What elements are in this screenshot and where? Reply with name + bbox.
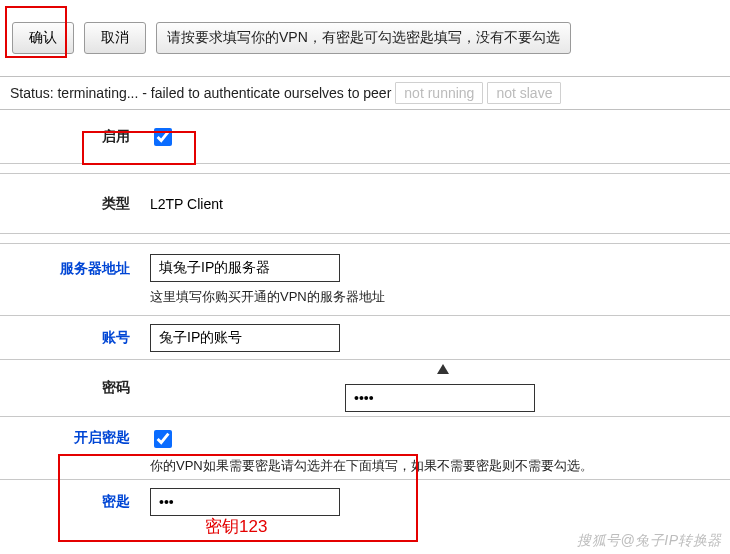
status-not-running: not running bbox=[395, 82, 483, 104]
server-hint: 这里填写你购买开通的VPN的服务器地址 bbox=[150, 288, 730, 306]
account-label: 账号 bbox=[0, 329, 150, 347]
password-label: 密码 bbox=[0, 379, 150, 397]
row-type: 类型 L2TP Client bbox=[0, 174, 730, 234]
row-key: 密匙 bbox=[0, 480, 730, 524]
open-key-checkbox[interactable] bbox=[154, 430, 172, 448]
server-label: 服务器地址 bbox=[0, 254, 150, 278]
enable-checkbox[interactable] bbox=[154, 128, 172, 146]
key-input[interactable] bbox=[150, 488, 340, 516]
enable-label: 启用 bbox=[0, 128, 150, 146]
confirm-button[interactable]: 确认 bbox=[12, 22, 74, 54]
password-input[interactable] bbox=[345, 384, 535, 412]
row-open-key: 开启密匙 你的VPN如果需要密匙请勾选并在下面填写，如果不需要密匙则不需要勾选。 bbox=[0, 417, 730, 480]
instruction-text: 请按要求填写你的VPN，有密匙可勾选密匙填写，没有不要勾选 bbox=[156, 22, 571, 54]
open-key-label: 开启密匙 bbox=[0, 427, 150, 447]
open-key-hint: 你的VPN如果需要密匙请勾选并在下面填写，如果不需要密匙则不需要勾选。 bbox=[150, 457, 730, 475]
spacer bbox=[0, 234, 730, 244]
status-text: Status: terminating... - failed to authe… bbox=[10, 85, 391, 101]
row-enable: 启用 bbox=[0, 110, 730, 164]
row-server: 服务器地址 这里填写你购买开通的VPN的服务器地址 bbox=[0, 244, 730, 316]
watermark: 搜狐号@兔子IP转换器 bbox=[577, 532, 722, 550]
row-password: 密码 bbox=[0, 360, 730, 417]
key-label: 密匙 bbox=[0, 493, 150, 511]
spacer bbox=[0, 164, 730, 174]
server-input[interactable] bbox=[150, 254, 340, 282]
account-input[interactable] bbox=[150, 324, 340, 352]
status-not-slave: not slave bbox=[487, 82, 561, 104]
row-account: 账号 bbox=[0, 316, 730, 360]
cancel-button[interactable]: 取消 bbox=[84, 22, 146, 54]
expand-up-icon[interactable] bbox=[437, 364, 449, 374]
status-bar: Status: terminating... - failed to authe… bbox=[0, 76, 730, 110]
type-value: L2TP Client bbox=[150, 196, 730, 212]
type-label: 类型 bbox=[0, 195, 150, 213]
toolbar: 确认 取消 请按要求填写你的VPN，有密匙可勾选密匙填写，没有不要勾选 bbox=[0, 0, 730, 72]
